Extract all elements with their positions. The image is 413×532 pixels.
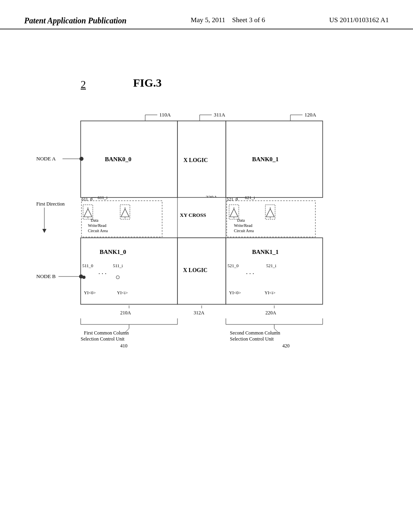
svg-point-76 bbox=[82, 276, 86, 279]
svg-text:621_i: 621_i bbox=[245, 195, 255, 200]
svg-text:Selection Control Unit: Selection Control Unit bbox=[81, 336, 125, 342]
svg-text:521_i: 521_i bbox=[266, 263, 276, 268]
svg-text:Write/Read: Write/Read bbox=[88, 223, 106, 228]
svg-text:...: ... bbox=[246, 268, 256, 275]
svg-text:XY CROSS: XY CROSS bbox=[180, 212, 206, 218]
svg-text:YI<0>: YI<0> bbox=[84, 290, 96, 295]
svg-text:First Common Column: First Common Column bbox=[84, 330, 129, 336]
svg-marker-20 bbox=[42, 229, 46, 233]
svg-text:410: 410 bbox=[120, 343, 127, 349]
svg-text:511_0: 511_0 bbox=[82, 263, 94, 268]
svg-text:YI<i>: YI<i> bbox=[265, 290, 275, 295]
fig-number-underline: 2 bbox=[81, 79, 86, 91]
sheet-info: Sheet 3 of 6 bbox=[232, 16, 265, 24]
svg-text:First Direction: First Direction bbox=[36, 201, 65, 207]
svg-text:...: ... bbox=[98, 268, 108, 275]
patent-number: US 2011/0103162 A1 bbox=[329, 16, 389, 24]
svg-text:511_i: 511_i bbox=[113, 263, 123, 268]
svg-text:110A: 110A bbox=[159, 112, 171, 118]
pub-date: May 5, 2011 bbox=[191, 16, 225, 24]
svg-text:Circuit Area: Circuit Area bbox=[234, 229, 254, 233]
svg-text:312A: 312A bbox=[194, 310, 204, 316]
svg-text:Circuit Area: Circuit Area bbox=[88, 229, 108, 233]
svg-text:Data: Data bbox=[91, 218, 98, 222]
svg-text:210A: 210A bbox=[120, 310, 131, 316]
diagram-svg: 110A 311A 120A BANK0_0 X LOGIC BANK0_1 N… bbox=[32, 109, 383, 351]
svg-point-17 bbox=[79, 157, 83, 161]
svg-text:521_0: 521_0 bbox=[227, 263, 239, 268]
svg-text:BANK1_0: BANK1_0 bbox=[100, 249, 126, 255]
svg-text:BANK0_1: BANK0_1 bbox=[252, 156, 279, 162]
svg-text:Selection Control Unit: Selection Control Unit bbox=[230, 336, 274, 342]
svg-text:X LOGIC: X LOGIC bbox=[183, 267, 207, 273]
svg-text:Write/Read: Write/Read bbox=[234, 223, 252, 228]
svg-text:120A: 120A bbox=[305, 112, 317, 118]
svg-text:X LOGIC: X LOGIC bbox=[184, 157, 208, 163]
publication-title: Patent Application Publication bbox=[24, 16, 127, 25]
svg-text:YI<0>: YI<0> bbox=[229, 290, 241, 295]
svg-text:611_i: 611_i bbox=[98, 195, 108, 200]
svg-text:NODE A: NODE A bbox=[36, 156, 56, 162]
svg-text:420: 420 bbox=[282, 343, 290, 349]
svg-text:Second Common Column: Second Common Column bbox=[230, 330, 280, 336]
svg-text:311A: 311A bbox=[214, 112, 225, 118]
svg-text:YI<i>: YI<i> bbox=[117, 290, 128, 295]
svg-text:BANK0_0: BANK0_0 bbox=[105, 156, 131, 162]
svg-text:220A: 220A bbox=[265, 310, 276, 316]
svg-text:BANK1_1: BANK1_1 bbox=[252, 249, 279, 255]
publication-date-sheet: May 5, 2011 Sheet 3 of 6 bbox=[191, 16, 265, 24]
svg-text:Data: Data bbox=[237, 218, 245, 222]
page-header: Patent Application Publication May 5, 20… bbox=[0, 0, 413, 29]
fig-label: FIG.3 bbox=[133, 77, 162, 89]
svg-text:NODE B: NODE B bbox=[36, 273, 56, 279]
